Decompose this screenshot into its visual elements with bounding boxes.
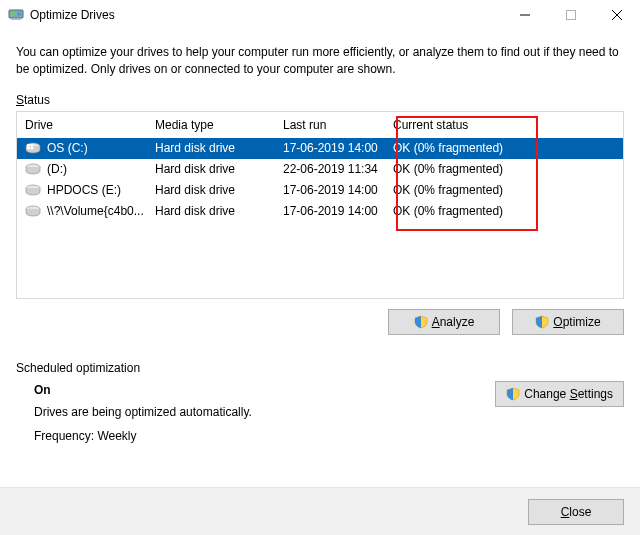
schedule-frequency: Frequency: Weekly [34, 429, 624, 443]
hdd-icon [25, 205, 41, 217]
drive-name: (D:) [47, 162, 67, 176]
hdd-icon [25, 163, 41, 175]
intro-text: You can optimize your drives to help you… [16, 40, 624, 79]
status-label: Status [16, 93, 624, 107]
drive-row[interactable]: OS (C:)Hard disk drive17-06-2019 14:00OK… [17, 138, 623, 159]
svg-rect-12 [30, 147, 33, 149]
drive-row[interactable]: (D:)Hard disk drive22-06-2019 11:34OK (0… [17, 159, 623, 180]
maximize-button [548, 0, 594, 30]
drive-name: OS (C:) [47, 141, 88, 155]
hdd-icon [25, 184, 41, 196]
svg-rect-9 [27, 144, 30, 146]
col-header-status[interactable]: Current status [393, 118, 615, 132]
drive-lastrun: 22-06-2019 11:34 [283, 162, 393, 176]
col-header-last[interactable]: Last run [283, 118, 393, 132]
windows-drive-icon [25, 142, 41, 154]
drive-status: OK (0% fragmented) [393, 162, 615, 176]
close-window-button[interactable] [594, 0, 640, 30]
list-header: Drive Media type Last run Current status [17, 112, 623, 138]
drive-status: OK (0% fragmented) [393, 183, 615, 197]
drive-lastrun: 17-06-2019 14:00 [283, 204, 393, 218]
drive-row[interactable]: HPDOCS (E:)Hard disk drive17-06-2019 14:… [17, 180, 623, 201]
shield-icon [535, 315, 549, 329]
svg-rect-10 [30, 144, 33, 146]
svg-rect-5 [567, 11, 576, 20]
optimize-button[interactable]: Optimize [512, 309, 624, 335]
col-header-media[interactable]: Media type [155, 118, 283, 132]
minimize-button[interactable] [502, 0, 548, 30]
scheduled-heading: Scheduled optimization [16, 361, 624, 375]
change-settings-button[interactable]: Change Settings [495, 381, 624, 407]
drive-list[interactable]: Drive Media type Last run Current status… [16, 111, 624, 299]
drive-media: Hard disk drive [155, 162, 283, 176]
svg-point-2 [11, 12, 15, 16]
drive-name: \\?\Volume{c4b0... [47, 204, 144, 218]
drive-status: OK (0% fragmented) [393, 204, 615, 218]
shield-icon [506, 387, 520, 401]
drive-name: HPDOCS (E:) [47, 183, 121, 197]
drive-media: Hard disk drive [155, 204, 283, 218]
title-bar: Optimize Drives [0, 0, 640, 30]
drive-lastrun: 17-06-2019 14:00 [283, 141, 393, 155]
bottom-bar: Close [0, 487, 640, 535]
window-title: Optimize Drives [30, 8, 115, 22]
svg-rect-11 [27, 147, 30, 149]
schedule-desc: Drives are being optimized automatically… [34, 405, 624, 419]
drive-status: OK (0% fragmented) [393, 141, 615, 155]
col-header-drive[interactable]: Drive [25, 118, 155, 132]
drive-media: Hard disk drive [155, 183, 283, 197]
drive-media: Hard disk drive [155, 141, 283, 155]
analyze-button[interactable]: Analyze [388, 309, 500, 335]
close-button[interactable]: Close [528, 499, 624, 525]
drive-lastrun: 17-06-2019 14:00 [283, 183, 393, 197]
svg-point-3 [17, 12, 21, 16]
drive-row[interactable]: \\?\Volume{c4b0...Hard disk drive17-06-2… [17, 201, 623, 222]
svg-rect-1 [11, 18, 21, 20]
shield-icon [414, 315, 428, 329]
app-icon [8, 7, 24, 23]
